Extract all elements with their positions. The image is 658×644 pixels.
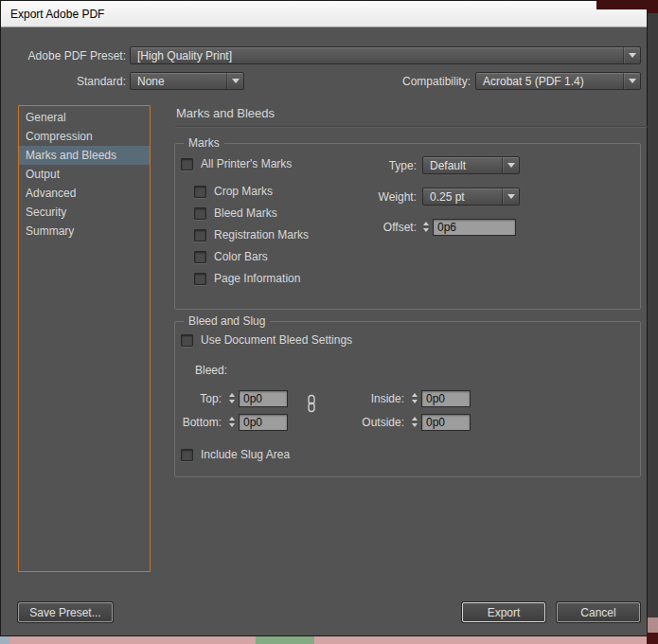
stepper-spin[interactable]	[226, 417, 237, 427]
type-label: Type:	[360, 159, 417, 173]
weight-label: Weight:	[360, 190, 417, 205]
background-bottom-green-block	[256, 636, 314, 644]
checkbox-box-icon[interactable]	[194, 186, 206, 198]
sidebar-item-marks-and-bleeds[interactable]: Marks and Bleeds	[19, 146, 150, 165]
sidebar-item-compression[interactable]: Compression	[19, 127, 150, 146]
background-right-strip	[648, 0, 658, 644]
checkbox-label: Page Information	[214, 272, 300, 285]
compatibility-dropdown[interactable]: Acrobat 5 (PDF 1.4)	[475, 72, 641, 90]
checkbox-include-slug-area[interactable]: Include Slug Area	[181, 448, 290, 461]
sidebar-item-summary[interactable]: Summary	[19, 222, 150, 241]
background-top-right-block	[648, 0, 658, 13]
bleed-outside-label: Outside:	[347, 416, 404, 430]
stepper-down-icon[interactable]	[229, 423, 235, 427]
standard-dropdown-value: None	[131, 75, 226, 88]
checkbox-label: Registration Marks	[214, 228, 309, 242]
dropdown-arrow-icon	[226, 73, 243, 89]
background-bottom-strip	[0, 636, 658, 644]
checkbox-bleed-marks[interactable]: Bleed Marks	[194, 206, 277, 220]
bleed-top-stepper: 0p0	[226, 389, 288, 407]
offset-value: 0p6	[437, 221, 456, 234]
weight-dropdown-value: 0.25 pt	[423, 190, 502, 204]
stepper-spin[interactable]	[409, 417, 419, 427]
bleed-inside-value: 0p0	[426, 392, 445, 405]
sections-list: General Compression Marks and Bleeds Out…	[18, 105, 151, 572]
type-dropdown-value: Default	[423, 159, 502, 172]
checkbox-label: Crop Marks	[214, 185, 273, 198]
checkbox-box-icon[interactable]	[194, 251, 206, 263]
checkbox-all-printers-marks[interactable]: All Printer's Marks	[181, 157, 292, 170]
preset-dropdown[interactable]: [High Quality Print]	[130, 46, 641, 64]
checkbox-label: Use Document Bleed Settings	[201, 333, 352, 347]
stepper-spin[interactable]	[226, 393, 237, 403]
preset-dropdown-value: [High Quality Print]	[131, 49, 623, 63]
bleed-inside-label: Inside:	[347, 392, 404, 406]
bleed-outside-value: 0p0	[426, 416, 445, 429]
export-pdf-dialog: Export Adobe PDF Adobe PDF Preset: [High…	[0, 0, 648, 636]
checkbox-box-icon[interactable]	[194, 207, 206, 220]
weight-dropdown[interactable]: 0.25 pt	[422, 188, 520, 206]
cancel-button[interactable]: Cancel	[557, 602, 640, 622]
marks-group: Marks All Printer's Marks Crop Marks Ble…	[174, 143, 641, 310]
checkbox-color-bars[interactable]: Color Bars	[194, 250, 268, 263]
link-icon[interactable]	[305, 394, 318, 413]
standard-label: Standard:	[27, 75, 126, 89]
background-bottom-right-block	[647, 633, 658, 644]
sidebar-item-general[interactable]: General	[19, 108, 150, 127]
dropdown-arrow-icon	[623, 47, 640, 63]
stepper-spin[interactable]	[420, 222, 431, 232]
type-dropdown[interactable]: Default	[422, 156, 520, 174]
bleed-top-label: Top:	[175, 392, 222, 406]
checkbox-registration-marks[interactable]: Registration Marks	[194, 228, 309, 242]
stepper-down-icon[interactable]	[412, 423, 418, 427]
save-preset-button[interactable]: Save Preset...	[18, 602, 113, 622]
bleed-top-input[interactable]: 0p0	[239, 390, 288, 407]
checkbox-crop-marks[interactable]: Crop Marks	[194, 185, 273, 198]
sidebar-item-advanced[interactable]: Advanced	[19, 184, 150, 203]
offset-stepper: 0p6	[420, 218, 516, 236]
marks-group-legend: Marks	[184, 136, 224, 151]
background-bottom-left-block	[0, 636, 9, 644]
stepper-spin[interactable]	[409, 393, 419, 403]
bleed-outside-stepper: 0p0	[409, 413, 471, 431]
stepper-up-icon[interactable]	[229, 417, 235, 420]
stepper-up-icon[interactable]	[423, 222, 429, 225]
dropdown-arrow-icon	[623, 73, 640, 89]
checkbox-box-icon[interactable]	[194, 273, 206, 285]
bleed-slug-group: Bleed and Slug Use Document Bleed Settin…	[174, 321, 641, 477]
bleed-bottom-stepper: 0p0	[226, 413, 288, 431]
bleed-outside-input[interactable]: 0p0	[421, 414, 471, 431]
checkbox-box-icon[interactable]	[181, 334, 193, 347]
offset-input[interactable]: 0p6	[433, 219, 516, 236]
checkbox-use-document-bleed-settings[interactable]: Use Document Bleed Settings	[181, 333, 352, 347]
bleed-bottom-input[interactable]: 0p0	[239, 414, 288, 431]
stepper-down-icon[interactable]	[412, 400, 418, 403]
dialog-titlebar[interactable]: Export Adobe PDF	[1, 1, 647, 27]
checkbox-page-information[interactable]: Page Information	[194, 272, 300, 285]
sidebar-item-security[interactable]: Security	[19, 203, 150, 222]
bleed-inside-input[interactable]: 0p0	[421, 390, 471, 407]
bleed-top-value: 0p0	[243, 392, 262, 405]
stepper-down-icon[interactable]	[229, 400, 235, 403]
stepper-up-icon[interactable]	[412, 417, 418, 420]
stepper-up-icon[interactable]	[229, 393, 235, 397]
stepper-up-icon[interactable]	[412, 393, 418, 397]
checkbox-box-icon[interactable]	[181, 449, 193, 461]
compatibility-dropdown-value: Acrobat 5 (PDF 1.4)	[476, 75, 623, 88]
bleed-bottom-value: 0p0	[243, 416, 262, 429]
checkbox-box-icon[interactable]	[181, 158, 193, 170]
checkbox-label: All Printer's Marks	[201, 157, 292, 170]
stepper-down-icon[interactable]	[423, 228, 429, 232]
export-button[interactable]: Export	[462, 602, 545, 622]
bleed-bottom-label: Bottom:	[175, 416, 222, 430]
bleed-label: Bleed:	[195, 364, 252, 378]
screen: Export Adobe PDF Adobe PDF Preset: [High…	[0, 0, 658, 644]
preset-label: Adobe PDF Preset:	[10, 49, 126, 63]
checkbox-box-icon[interactable]	[194, 229, 206, 242]
sidebar-item-output[interactable]: Output	[19, 165, 150, 184]
dialog-title: Export Adobe PDF	[10, 8, 104, 21]
standard-dropdown[interactable]: None	[130, 72, 244, 90]
compatibility-label: Compatibility:	[376, 75, 471, 89]
checkbox-label: Color Bars	[214, 250, 268, 263]
bleed-slug-group-legend: Bleed and Slug	[184, 314, 270, 329]
